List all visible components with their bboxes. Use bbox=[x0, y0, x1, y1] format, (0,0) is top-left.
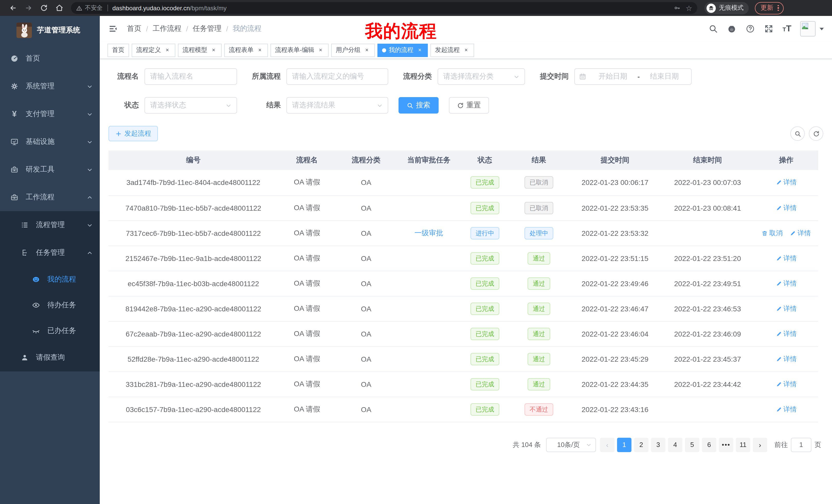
eye-closed-icon bbox=[32, 327, 40, 335]
tab[interactable]: 流程表单 bbox=[224, 44, 268, 57]
page-button[interactable]: 3 bbox=[651, 438, 666, 452]
address-bar[interactable]: 不安全 dashboard.yudao.iocoder.cn/bpm/task/… bbox=[71, 2, 697, 14]
home-icon[interactable] bbox=[51, 2, 67, 14]
breadcrumb-item[interactable]: 首页 bbox=[127, 24, 141, 33]
reset-button[interactable]: 重置 bbox=[449, 97, 489, 114]
end-time: 2022-01-22 23:51:20 bbox=[661, 246, 754, 271]
page-button[interactable]: 4 bbox=[668, 438, 682, 452]
show-search-button[interactable] bbox=[790, 127, 805, 141]
page-button[interactable]: 2 bbox=[634, 438, 648, 452]
tab-close-icon[interactable] bbox=[210, 47, 217, 53]
github-icon[interactable] bbox=[727, 24, 737, 34]
tab-close-icon[interactable] bbox=[257, 47, 263, 53]
update-button[interactable]: 更新 bbox=[755, 2, 783, 14]
breadcrumb-separator: / bbox=[186, 25, 188, 33]
user-menu[interactable] bbox=[800, 21, 824, 36]
sidebar-item-leave-query[interactable]: 请假查询 bbox=[0, 344, 100, 371]
process-id: 67c2eaab-7b9a-11ec-a290-acde48001122 bbox=[108, 321, 278, 346]
star-icon[interactable]: ☆ bbox=[686, 4, 692, 11]
page-button[interactable]: 1 bbox=[617, 438, 631, 452]
next-page-icon[interactable]: › bbox=[753, 438, 767, 452]
sidebar-item-process-mgmt[interactable]: 流程管理 bbox=[0, 211, 100, 239]
avatar[interactable] bbox=[800, 21, 815, 36]
back-icon[interactable] bbox=[5, 2, 21, 14]
goto-page: 前往 页 bbox=[774, 438, 821, 452]
detail-link[interactable]: 详情 bbox=[776, 380, 797, 389]
detail-link[interactable]: 详情 bbox=[776, 329, 797, 338]
sidebar-item-workflow[interactable]: 工作流程 bbox=[0, 184, 100, 211]
sidebar-item-done-tasks[interactable]: 已办任务 bbox=[0, 318, 100, 344]
pen-icon bbox=[776, 179, 782, 186]
tab-close-icon[interactable] bbox=[417, 47, 423, 53]
category-select[interactable]: 请选择流程分类 bbox=[438, 68, 525, 85]
process-category: OA bbox=[336, 246, 396, 271]
detail-link[interactable]: 详情 bbox=[776, 304, 797, 313]
tab[interactable]: 发起流程 bbox=[431, 44, 474, 57]
result-select[interactable]: 请选择流结果 bbox=[286, 97, 388, 114]
fullscreen-icon[interactable] bbox=[764, 24, 774, 34]
detail-link[interactable]: 详情 bbox=[776, 254, 797, 263]
tab[interactable]: 用户分组 bbox=[331, 44, 375, 57]
process-name: OA 请假 bbox=[278, 271, 336, 296]
status-badge: 已完成 bbox=[470, 378, 499, 390]
detail-link[interactable]: 详情 bbox=[776, 279, 797, 288]
cancel-link[interactable]: 取消 bbox=[761, 228, 783, 237]
tab[interactable]: 流程模型 bbox=[178, 44, 222, 57]
font-size-icon[interactable]: TT bbox=[783, 24, 791, 34]
tab[interactable]: 首页 bbox=[107, 44, 129, 57]
sidebar-item-devtools[interactable]: 研发工具 bbox=[0, 156, 100, 184]
goto-page-input[interactable] bbox=[791, 438, 811, 452]
pen-icon bbox=[776, 406, 782, 412]
submit-time-range-picker[interactable]: 开始日期 - 结束日期 bbox=[574, 68, 692, 85]
hamburger-icon[interactable] bbox=[107, 23, 119, 34]
col-header: 提交时间 bbox=[569, 150, 661, 170]
page-button[interactable]: 11 bbox=[736, 438, 750, 452]
kebab-menu-icon[interactable] bbox=[778, 5, 779, 11]
sidebar-item-my-process[interactable]: 我的流程 bbox=[0, 267, 100, 292]
create-process-button[interactable]: 发起流程 bbox=[108, 126, 158, 141]
tab-close-icon[interactable] bbox=[364, 47, 370, 53]
prev-page-icon[interactable]: ‹ bbox=[600, 438, 615, 452]
search-button[interactable]: 搜索 bbox=[398, 97, 439, 114]
submit-time: 2022-01-22 23:45:29 bbox=[569, 346, 661, 371]
page-button[interactable]: ••• bbox=[719, 438, 733, 452]
page-button[interactable]: 5 bbox=[685, 438, 699, 452]
sidebar-item-home[interactable]: 首页 bbox=[0, 45, 100, 73]
detail-label: 详情 bbox=[783, 203, 797, 213]
tab[interactable]: 流程表单-编辑 bbox=[270, 44, 329, 57]
detail-link[interactable]: 详情 bbox=[776, 404, 797, 414]
tab[interactable]: 我的流程 bbox=[378, 44, 428, 57]
process-name-input[interactable]: 请输入流程名 bbox=[145, 68, 237, 85]
detail-link[interactable]: 详情 bbox=[776, 203, 797, 213]
current-task-link[interactable]: 一级审批 bbox=[414, 228, 443, 237]
tab-close-icon[interactable] bbox=[164, 47, 171, 53]
reload-icon[interactable] bbox=[36, 2, 51, 14]
warning-icon[interactable] bbox=[76, 5, 82, 11]
help-icon[interactable] bbox=[746, 24, 755, 34]
tab-close-icon[interactable] bbox=[317, 47, 324, 53]
tab-close-icon[interactable] bbox=[463, 47, 469, 53]
sidebar-item-system[interactable]: 系统管理 bbox=[0, 73, 100, 100]
detail-link[interactable]: 详情 bbox=[776, 178, 797, 187]
page-button[interactable]: 6 bbox=[702, 438, 716, 452]
refresh-button[interactable] bbox=[809, 127, 823, 141]
tab[interactable]: 流程定义 bbox=[132, 44, 175, 57]
key-icon[interactable] bbox=[674, 5, 681, 11]
status-label: 状态 bbox=[108, 101, 139, 110]
sidebar-item-task-mgmt[interactable]: 任务管理 bbox=[0, 239, 100, 267]
detail-link[interactable]: 详情 bbox=[776, 354, 797, 363]
search-icon[interactable] bbox=[709, 24, 718, 34]
breadcrumb-item[interactable]: 工作流程 bbox=[153, 24, 182, 33]
forward-icon[interactable] bbox=[21, 2, 36, 14]
sidebar-item-infra[interactable]: 基础设施 bbox=[0, 128, 100, 156]
sidebar-item-payment[interactable]: ¥ 支付管理 bbox=[0, 100, 100, 128]
status-badge: 已完成 bbox=[470, 252, 499, 264]
pen-icon bbox=[776, 205, 782, 211]
breadcrumb-item[interactable]: 任务管理 bbox=[193, 24, 222, 33]
sidebar-logo[interactable]: 芋道管理系统 bbox=[0, 16, 100, 45]
status-select[interactable]: 请选择状态 bbox=[145, 97, 237, 114]
page-size-select[interactable]: 10条/页 bbox=[546, 438, 596, 452]
sidebar-item-todo-tasks[interactable]: 待办任务 bbox=[0, 292, 100, 318]
process-definition-input[interactable]: 请输入流程定义的编号 bbox=[286, 68, 388, 85]
detail-link[interactable]: 详情 bbox=[790, 228, 811, 237]
